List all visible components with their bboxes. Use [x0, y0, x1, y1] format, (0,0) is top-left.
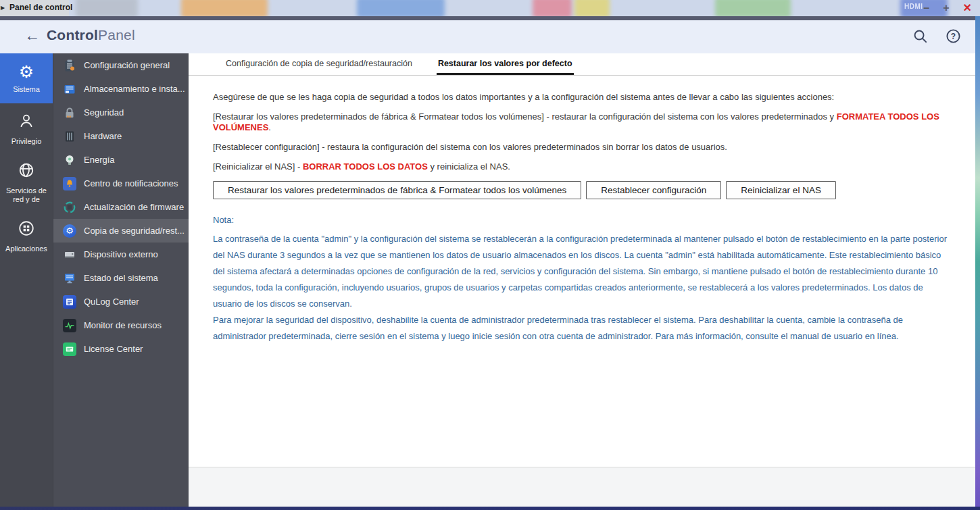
erase-warning-text: BORRAR TODOS LOS DATOS [303, 161, 428, 172]
search-icon[interactable] [912, 28, 928, 47]
window-title: Panel de control [9, 3, 72, 12]
note-section: Nota: La contraseña de la cuenta "admin"… [213, 215, 950, 345]
reset-settings-button[interactable]: Restablecer configuración [586, 181, 721, 199]
user-icon [18, 112, 35, 132]
window-titlebar: HDMI ▶ Panel de control – + ✕ [0, 0, 980, 16]
menu-item-qulog-center[interactable]: QuLog Center [53, 290, 189, 313]
qulog-icon [63, 295, 76, 309]
action-reset-settings-text: [Restablecer configuración] - restaura l… [213, 142, 955, 153]
close-button[interactable]: ✕ [963, 0, 972, 16]
hdmi-label: HDMI [904, 3, 923, 10]
category-sidebar: ⚙ Sistema Privilegio Servicios de red y … [0, 53, 53, 507]
app-header: ← ControlPanel ? [0, 20, 980, 53]
svg-text:?: ? [951, 32, 956, 41]
desktop-icon-blur [715, 0, 791, 16]
resource-graph-icon [63, 319, 76, 332]
tab-restaurar-valores-defecto[interactable]: Restaurar los valores por defecto [437, 53, 574, 75]
desktop-icon-blur [181, 0, 268, 16]
sidebar-item-servicios-red[interactable]: Servicios de red y de [0, 154, 53, 211]
sidebar-item-aplicaciones[interactable]: Aplicaciones [0, 211, 53, 262]
system-status-icon [63, 272, 76, 285]
menu-item-dispositivo-externo[interactable]: Dispositivo externo [53, 243, 189, 266]
menu-item-energia[interactable]: Energía [53, 148, 189, 172]
sidebar-item-privilegio[interactable]: Privilegio [0, 103, 53, 154]
server-icon [63, 130, 76, 143]
menu-item-copia-seguridad[interactable]: ⚙ Copia de seguridad/rest... [53, 219, 189, 243]
maximize-button[interactable]: + [943, 0, 949, 16]
action-buttons: Restaurar los valores predeterminados de… [213, 181, 955, 199]
menu-item-seguridad[interactable]: Seguridad [53, 101, 189, 124]
menu-item-hardware[interactable]: Hardware [53, 124, 189, 148]
menu-item-monitor-recursos[interactable]: Monitor de recursos [53, 313, 189, 337]
note-paragraph-1: La contraseña de la cuenta "admin" y la … [213, 231, 950, 312]
reinitialize-nas-button[interactable]: Reinicializar el NAS [726, 181, 836, 199]
desktop-icon-blur [574, 0, 610, 16]
page-title: ControlPanel [47, 27, 135, 43]
desktop-icon-blur [76, 0, 138, 16]
firmware-update-icon [63, 201, 76, 214]
minimize-button[interactable]: – [923, 0, 929, 16]
menu-item-almacenamiento[interactable]: Almacenamiento e insta... [53, 77, 189, 101]
tab-bar: Configuración de copia de seguridad/rest… [189, 53, 975, 76]
desktop-wallpaper-edge [975, 16, 980, 507]
main-content: Configuración de copia de seguridad/rest… [189, 53, 975, 507]
note-title: Nota: [213, 215, 950, 225]
menu-item-estado-sistema[interactable]: Estado del sistema [53, 266, 189, 290]
storage-icon [63, 82, 76, 96]
intro-text: Asegúrese de que se les haga copia de se… [213, 92, 955, 103]
menu-item-license-center[interactable]: License Center [53, 337, 189, 361]
desktop-icon-blur [357, 0, 445, 16]
backup-gear-icon: ⚙ [63, 224, 76, 238]
sidebar-item-sistema[interactable]: ⚙ Sistema [0, 53, 53, 103]
external-drive-icon [63, 248, 76, 261]
bulb-icon [63, 153, 76, 167]
taskbar-edge [0, 507, 980, 510]
window-resize-arrow-icon: ▶ [1, 5, 5, 11]
globe-icon [18, 161, 35, 182]
gear-icon: ⚙ [19, 63, 34, 80]
menu-item-actualizacion-firmware[interactable]: Actualización de firmware [53, 195, 189, 219]
license-icon [63, 342, 76, 356]
menu-item-centro-notificaciones[interactable]: Centro de notificaciones [53, 172, 189, 195]
action-factory-reset-text: [Restaurar los valores predeterminados d… [213, 111, 955, 133]
note-paragraph-2: Para mejorar la seguridad del dispositiv… [213, 312, 950, 345]
bell-icon [63, 177, 76, 190]
content-footer [189, 467, 975, 507]
tab-configuracion-copia-seguridad[interactable]: Configuración de copia de seguridad/rest… [224, 53, 414, 75]
menu-item-configuracion-general[interactable]: Configuración general [53, 53, 189, 77]
desktop-icon-blur [533, 0, 572, 16]
help-icon[interactable]: ? [946, 28, 961, 47]
settings-menu: Configuración general Almacenamiento e i… [53, 53, 189, 507]
clipboard-icon [63, 59, 76, 72]
back-button[interactable]: ← [24, 26, 40, 45]
control-panel-window: HDMI ▶ Panel de control – + ✕ ← ControlP… [0, 0, 980, 510]
action-reinitialize-text: [Reinicializar el NAS] - BORRAR TODOS LO… [213, 161, 955, 172]
restore-factory-defaults-button[interactable]: Restaurar los valores predeterminados de… [213, 181, 581, 199]
apps-icon [18, 220, 35, 240]
lock-icon [63, 106, 76, 120]
